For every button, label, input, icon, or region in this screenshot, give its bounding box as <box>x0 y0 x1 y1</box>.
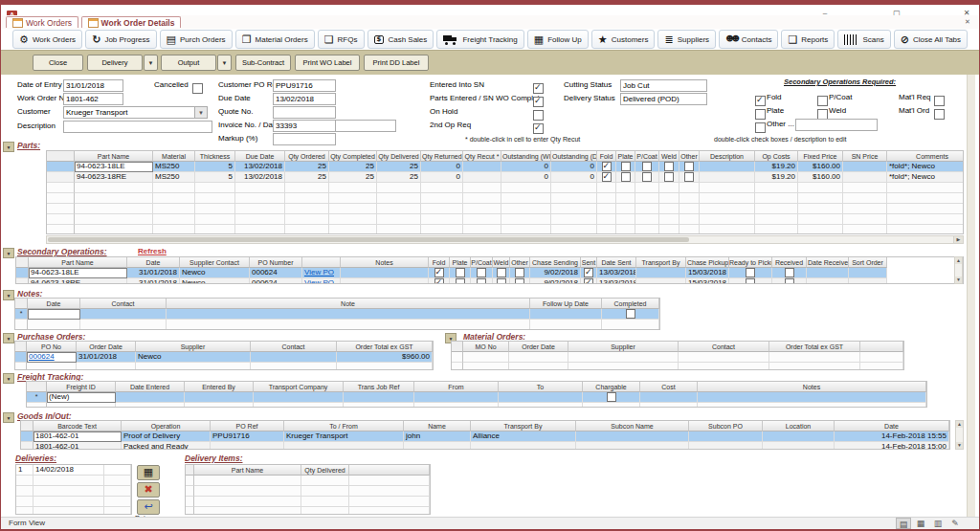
column-header[interactable]: Outstanding (WIP) <box>501 151 551 162</box>
parts-horizontal-scrollbar[interactable]: ▶ <box>46 235 964 244</box>
row-marker[interactable] <box>15 352 27 363</box>
cell[interactable] <box>429 268 450 278</box>
cell[interactable] <box>659 225 679 234</box>
cutting-status-input[interactable]: Job Cut <box>620 79 707 92</box>
sub-contract-button[interactable]: Sub-Contract <box>235 55 291 71</box>
column-header[interactable]: Completed <box>602 299 659 309</box>
row-marker[interactable]: * <box>27 392 47 403</box>
toolbar-rfqs-button[interactable]: RFQs <box>318 30 365 49</box>
column-header[interactable]: Qty Delivered <box>301 465 349 476</box>
cell[interactable] <box>194 497 301 507</box>
design-view-icon[interactable]: ✎ <box>947 518 963 529</box>
cell[interactable] <box>195 193 235 204</box>
column-header[interactable]: Note <box>167 299 530 309</box>
secondary-ops-collapse-button[interactable]: ▼ <box>3 248 14 258</box>
cell[interactable]: 25 <box>377 172 421 183</box>
column-header[interactable]: To / From <box>284 421 404 431</box>
cell[interactable]: Newco <box>180 268 250 278</box>
cell[interactable]: *fold*; Newco <box>887 172 964 183</box>
checkbox[interactable] <box>456 268 465 277</box>
column-header[interactable]: To <box>499 382 583 392</box>
column-header[interactable]: Subcon PO <box>689 421 763 431</box>
table-row[interactable]: 1801-462-01Packed and Ready14-Feb-2018 1… <box>21 442 949 450</box>
column-header[interactable]: Order Total ex GST <box>769 342 860 352</box>
row-marker[interactable] <box>21 442 33 450</box>
column-header[interactable]: Qty Recut * <box>463 151 501 162</box>
column-header[interactable] <box>349 465 430 476</box>
cell[interactable] <box>377 183 421 193</box>
cell[interactable] <box>887 204 964 214</box>
checkbox[interactable] <box>785 268 794 277</box>
empty-row[interactable] <box>186 476 430 486</box>
checkbox[interactable] <box>621 172 631 182</box>
deliveries-list[interactable]: 114/02/2018 <box>15 464 132 515</box>
table-row[interactable]: *(New) <box>27 392 926 403</box>
cell[interactable]: 31/01/2018 <box>127 278 180 284</box>
cell[interactable] <box>153 193 195 204</box>
checkbox[interactable] <box>456 278 465 284</box>
cell[interactable] <box>798 204 843 214</box>
cell[interactable] <box>501 214 551 225</box>
cell[interactable] <box>136 363 251 370</box>
cell[interactable] <box>33 476 104 486</box>
cell[interactable] <box>772 278 807 284</box>
cell[interactable] <box>493 268 510 278</box>
cell[interactable] <box>700 204 755 214</box>
checkbox[interactable] <box>684 172 694 182</box>
cell[interactable] <box>755 214 798 225</box>
cell[interactable] <box>499 392 583 403</box>
cell[interactable] <box>729 268 772 278</box>
cell[interactable]: 31/01/2018 <box>127 268 180 278</box>
cell[interactable] <box>377 204 421 214</box>
cell[interactable] <box>463 352 509 363</box>
cell[interactable]: 13/02/2018 <box>235 162 285 172</box>
cell[interactable]: 94-0623-18LE <box>29 268 127 278</box>
customer-dropdown-icon[interactable]: ▼ <box>194 106 208 119</box>
empty-row[interactable] <box>15 320 659 330</box>
column-header[interactable]: Name <box>404 421 471 431</box>
cell[interactable] <box>700 214 755 225</box>
column-header[interactable]: Op Costs <box>755 151 798 162</box>
cell[interactable] <box>509 352 568 363</box>
column-header[interactable] <box>860 342 903 352</box>
cell[interactable] <box>301 507 349 515</box>
cell[interactable] <box>843 162 887 172</box>
purchase-orders-table[interactable]: PO NoOrder DateSupplierContactOrder Tota… <box>14 341 434 370</box>
cell[interactable] <box>404 442 471 450</box>
cell[interactable] <box>635 172 659 183</box>
column-header[interactable]: Material <box>153 151 195 162</box>
cell[interactable] <box>349 486 430 497</box>
cell[interactable]: 0 <box>421 162 463 172</box>
cell[interactable] <box>616 172 635 183</box>
description-input[interactable] <box>63 121 212 133</box>
column-header[interactable]: Follow Up Date <box>530 299 602 309</box>
checkbox[interactable] <box>515 278 524 284</box>
cell[interactable] <box>167 309 530 320</box>
matl-ord-checkbox[interactable] <box>934 109 945 120</box>
cell[interactable] <box>843 183 887 193</box>
checkbox[interactable] <box>785 278 794 284</box>
cell[interactable] <box>769 363 860 370</box>
cell[interactable] <box>301 486 349 497</box>
column-header[interactable]: Comments <box>887 151 964 162</box>
form-view-icon[interactable]: ▤ <box>896 518 911 529</box>
cell[interactable] <box>551 183 597 193</box>
cell[interactable] <box>568 352 679 363</box>
cell[interactable]: 13/03/2018 <box>597 278 636 284</box>
empty-row[interactable] <box>27 403 926 408</box>
empty-row[interactable] <box>47 225 964 234</box>
cell[interactable]: 13/02/2018 <box>235 172 285 183</box>
cell[interactable]: View PO <box>302 278 341 284</box>
cell[interactable] <box>679 214 700 225</box>
cell[interactable] <box>329 214 377 225</box>
column-header[interactable]: Plate <box>616 151 635 162</box>
cell[interactable] <box>421 204 463 214</box>
cell[interactable] <box>843 214 887 225</box>
cell[interactable]: Krueger Transport <box>284 431 404 442</box>
close-tab-button[interactable]: ✕ <box>965 18 970 26</box>
cell[interactable] <box>153 214 195 225</box>
cell[interactable] <box>763 442 835 450</box>
layout-view-icon[interactable]: ▥ <box>930 518 946 529</box>
cell[interactable] <box>636 268 686 278</box>
cell[interactable]: 1801-462-01 <box>33 431 122 442</box>
